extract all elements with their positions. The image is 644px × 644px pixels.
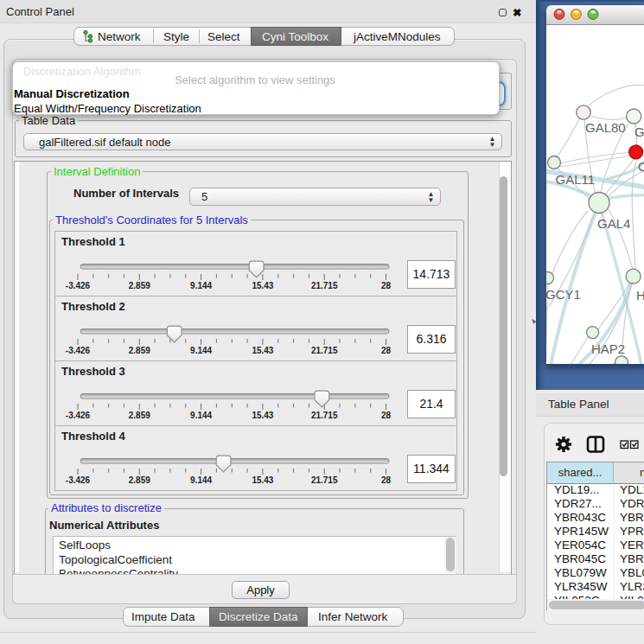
svg-text:GCY1: GCY1 [546,287,581,302]
svg-text:HIS: HIS [636,288,644,303]
svg-text:GAL4: GAL4 [597,216,630,231]
svg-text:GAL3: GAL3 [634,124,644,139]
svg-text:GAL80: GAL80 [585,120,626,135]
svg-text:GAL11: GAL11 [556,172,596,187]
svg-text:CAL: CAL [638,159,644,174]
svg-text:HAP2: HAP2 [591,341,625,356]
